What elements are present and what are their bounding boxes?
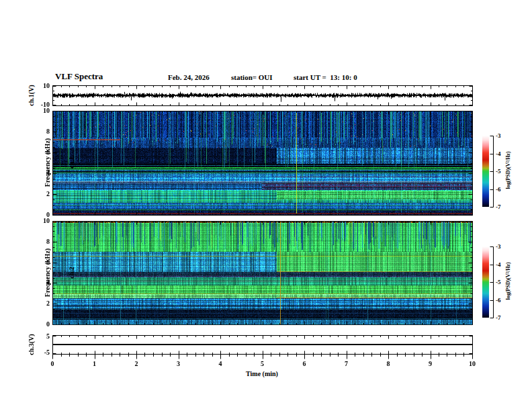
ch3-waveform-plot [52, 335, 472, 354]
colorbar-ch2-title: log(PSD)(V²/Hz) [505, 228, 511, 335]
date-label: Feb. 24, 2026 [168, 73, 210, 81]
x-tick-label: 3 [169, 360, 189, 367]
colorbar-tick-label: -7 [496, 203, 501, 210]
x-tick-label: 2 [126, 360, 146, 367]
ch2-spec-y-tick-label: 2 [27, 300, 50, 307]
ch1-spec-y-tick-label: 4 [27, 169, 50, 177]
ch1-wave-y-tick-label: -10 [27, 101, 50, 108]
x-tick-label: 6 [294, 360, 314, 367]
vlf-spectra-figure: VLF Spectra Feb. 24, 2026 station= OUI s… [0, 0, 532, 411]
x-axis-title: Time (min) [222, 370, 302, 377]
colorbar-ch1-title: log(PSD)(V²/Hz) [505, 117, 511, 224]
ch3-voltage-axis-label: ch.3(V) [28, 324, 36, 365]
ch3-wave-y-tick-label: -5 [27, 349, 50, 356]
ch2-spec-y-tick-label: 4 [27, 279, 50, 286]
colorbar-tick-label: -5 [496, 168, 501, 175]
ch2-spec-y-tick-label: 8 [27, 238, 50, 245]
x-tick-label: 9 [420, 360, 441, 367]
x-tick-label: 7 [337, 360, 357, 367]
colorbar-tick-label: -7 [496, 314, 501, 321]
x-tick-label: 5 [253, 360, 273, 367]
ch2-spectrogram-plot [52, 221, 472, 324]
frequency-axis-unit-line: Frequency (kHz) [44, 105, 52, 220]
colorbar-ch1 [482, 136, 489, 207]
page-title: VLF Spectra [55, 71, 103, 82]
ch1-spec-y-tick-label: 0 [27, 211, 50, 218]
station-label: station= OUI [231, 73, 273, 81]
x-tick-label: 10 [462, 360, 482, 367]
ch2-frequency-axis-label: Frequency (kHz) ch.2 [28, 216, 44, 330]
ch1-axis-channel-line: ch.1 [68, 105, 76, 220]
colorbar-tick-label: -3 [496, 243, 501, 250]
ch2-spec-y-tick-label: 0 [27, 320, 50, 328]
colorbar-tick-label: -5 [496, 279, 501, 285]
ch1-spec-y-tick-label: 6 [27, 148, 50, 156]
x-tick-label: 4 [210, 360, 230, 367]
ch1-waveform-plot [52, 85, 472, 105]
ch1-spec-y-tick-label: 8 [27, 128, 50, 135]
x-tick-label: 8 [378, 360, 398, 367]
ch1-wave-y-tick-label: 10 [27, 82, 50, 89]
ch2-spec-y-tick-label: 6 [27, 259, 50, 266]
ch2-axis-channel-line: ch.2 [68, 216, 76, 330]
colorbar-tick-label: -4 [496, 261, 501, 268]
x-tick-label: 1 [85, 360, 105, 367]
start-ut-label: start UT = 13: 10: 0 [294, 73, 357, 81]
frequency-axis-unit-line: Frequency (kHz) [44, 216, 52, 330]
x-tick-label: 0 [42, 360, 62, 367]
colorbar-tick-label: -6 [496, 297, 501, 304]
ch1-spectrogram-plot [52, 111, 472, 215]
colorbar-ch2 [482, 246, 489, 318]
colorbar-tick-label: -4 [496, 150, 501, 157]
ch3-wave-y-tick-label: 5 [27, 332, 50, 340]
colorbar-tick-label: -6 [496, 186, 501, 193]
colorbar-tick-label: -3 [496, 132, 501, 139]
ch1-frequency-axis-label: Frequency (kHz) ch.1 [28, 105, 44, 220]
ch1-spec-y-tick-label: 2 [27, 190, 50, 197]
